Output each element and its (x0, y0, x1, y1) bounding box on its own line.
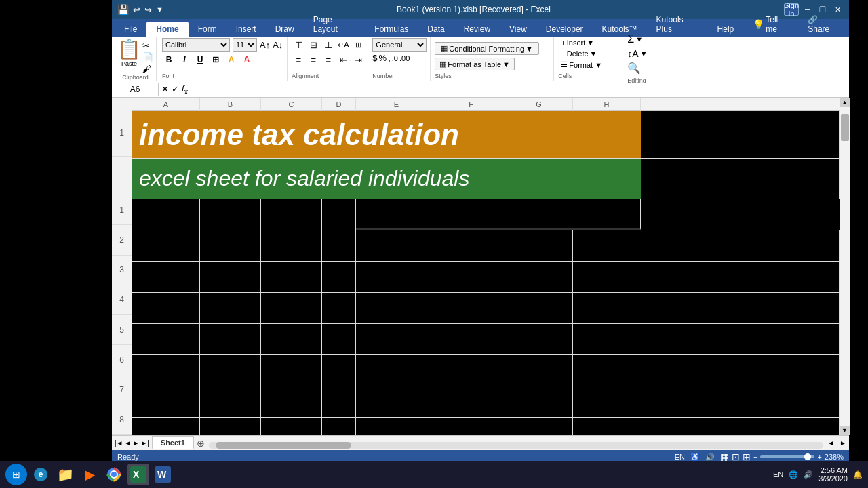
cell-r7-a[interactable]: 200001 (132, 324, 200, 354)
cell-r3-a[interactable] (132, 199, 200, 230)
taskbar-chrome-icon[interactable] (103, 464, 125, 485)
taskbar-word-icon[interactable]: W (152, 464, 174, 485)
cell-r8-name[interactable]: aysha (356, 355, 437, 386)
taskbar-notification-icon[interactable]: 🔔 (853, 470, 863, 479)
font-selector[interactable]: Calibri (162, 38, 230, 52)
insert-function-icon[interactable]: fx (182, 83, 188, 96)
tab-form[interactable]: Form (189, 22, 226, 37)
cell-r7-salary[interactable]: 135000 (437, 324, 505, 354)
cell-r7-tax[interactable]: 33500 (505, 324, 573, 354)
taskbar-ie-icon[interactable]: e (30, 464, 52, 485)
cell-r7-h[interactable] (573, 324, 840, 354)
cell-r10-h[interactable] (573, 418, 840, 435)
underline-button[interactable]: U (193, 53, 207, 66)
cell-r9-name[interactable]: fatima (356, 386, 437, 417)
align-left-button[interactable]: ≡ (292, 53, 305, 66)
cell-r6-name[interactable]: rafiq (356, 293, 437, 323)
decrease-decimal-button[interactable]: .0 (392, 54, 398, 62)
cell-r5-d[interactable] (322, 262, 356, 292)
find-icon[interactable]: 🔍 (627, 62, 647, 75)
cell-r3-b[interactable] (200, 199, 261, 230)
cell-r3-d[interactable] (322, 199, 356, 230)
tab-share[interactable]: 🔗 Share (798, 12, 849, 37)
cell-r8-b[interactable] (200, 355, 261, 386)
cell-r9-a[interactable] (132, 386, 200, 417)
font-size-selector[interactable]: 11 (233, 38, 257, 52)
row-6[interactable]: 100001 200000 10% rafiq 75000 1250 (132, 293, 840, 324)
cell-r6-salary[interactable]: 75000 (437, 293, 505, 323)
row-green-header[interactable]: excel sheet for salaried individuals (132, 159, 840, 199)
sort-dropdown[interactable]: ▼ (640, 49, 648, 58)
cell-r4-h[interactable] (573, 230, 840, 261)
percent-button[interactable]: % (379, 53, 387, 63)
paste-button[interactable]: 📋 Paste (117, 38, 141, 67)
add-sheet-button[interactable]: ⊕ (194, 438, 208, 449)
align-top-button[interactable]: ⊤ (292, 38, 305, 52)
sum-icon[interactable]: Σ (627, 33, 634, 45)
cancel-formula-icon[interactable]: ✕ (161, 84, 169, 94)
cell-r4-a[interactable]: 0 (132, 230, 200, 261)
cell-r8-d[interactable] (322, 355, 356, 386)
cell-orange-header[interactable]: income tax calculation (132, 111, 641, 158)
tab-tell-me[interactable]: 💡Tell me (743, 12, 798, 37)
cell-r9-h[interactable] (573, 386, 840, 417)
zoom-level[interactable]: 238% (825, 453, 844, 461)
cell-r8-tax[interactable]: 62500 (505, 355, 573, 386)
delete-button[interactable]: − Delete ▼ (558, 49, 599, 58)
cell-r7-c[interactable]: 15% (261, 324, 322, 354)
tab-page-layout[interactable]: Page Layout (304, 12, 366, 37)
cell-r9-tax[interactable]: 70000 (505, 386, 573, 417)
confirm-formula-icon[interactable]: ✓ (172, 84, 179, 94)
format-painter-icon[interactable]: 🖌 (142, 64, 153, 74)
scroll-thumb[interactable] (841, 114, 849, 141)
cell-r10-d[interactable] (322, 418, 356, 435)
scroll-track[interactable] (840, 107, 850, 426)
cell-r5-name[interactable]: ghayoor (356, 262, 437, 292)
h-scroll-left-button[interactable]: ◄ (825, 439, 837, 447)
save-icon[interactable]: 💾 (117, 4, 129, 15)
cell-r6-d[interactable] (322, 293, 356, 323)
tab-view[interactable]: View (500, 22, 536, 37)
increase-font-icon[interactable]: A↑ (260, 40, 270, 50)
format-as-table-button[interactable]: ▦ Format as Table ▼ (435, 58, 515, 70)
cell-r4-d[interactable] (322, 230, 356, 261)
sheet-prev-button[interactable]: ◄ (125, 439, 132, 447)
cell-r5-a[interactable]: 50001 (132, 262, 200, 292)
cell-r5-c[interactable]: 5% (261, 262, 322, 292)
decrease-font-icon[interactable]: A↓ (273, 40, 283, 50)
cell-green-header[interactable]: excel sheet for salaried individuals (132, 159, 641, 199)
align-center-button[interactable]: ≡ (307, 53, 320, 66)
italic-button[interactable]: I (178, 53, 191, 66)
align-middle-button[interactable]: ⊟ (307, 38, 320, 52)
increase-decimal-button[interactable]: .00 (399, 54, 410, 62)
cell-empty-orange[interactable] (641, 111, 840, 158)
zoom-thumb[interactable] (804, 453, 811, 460)
tab-formulas[interactable]: Formulas (365, 22, 418, 37)
zoom-slider[interactable] (760, 455, 814, 458)
taskbar-folder-icon[interactable]: 📁 (54, 464, 76, 485)
cell-r9-salary[interactable]: 600000 (437, 386, 505, 417)
taskbar-volume-icon[interactable]: 🔊 (804, 470, 813, 479)
vertical-scrollbar[interactable]: ▲ ▼ (840, 98, 849, 435)
cell-r4-salary[interactable]: Salary (437, 230, 505, 261)
cell-r10-a[interactable] (132, 418, 200, 435)
tab-kutools-plus[interactable]: Kutools Plus (647, 12, 708, 37)
tab-help[interactable]: Help (708, 22, 744, 37)
cell-r6-a[interactable]: 100001 (132, 293, 200, 323)
row-orange-header[interactable]: income tax calculation (132, 111, 840, 159)
cell-r9-b[interactable] (200, 386, 261, 417)
bold-button[interactable]: B (162, 53, 176, 66)
row-slabs-title[interactable]: Income Tax Slabs (132, 199, 840, 230)
comma-button[interactable]: , (388, 53, 391, 63)
decrease-indent-button[interactable]: ⇤ (336, 53, 350, 66)
tab-review[interactable]: Review (454, 22, 500, 37)
conditional-formatting-button[interactable]: ▦ Conditional Formatting▼ (435, 42, 539, 55)
cell-slabs-title[interactable]: Income Tax Slabs (356, 199, 641, 230)
row-9[interactable]: fatima 600000 70000 (132, 386, 840, 418)
cell-r9-d[interactable] (322, 386, 356, 417)
tab-home[interactable]: Home (146, 22, 188, 37)
h-scroll-right-button[interactable]: ► (837, 439, 849, 447)
font-color-button[interactable]: A (240, 53, 254, 66)
cell-r3-c[interactable] (261, 199, 322, 230)
number-format-selector[interactable]: General (372, 38, 427, 52)
